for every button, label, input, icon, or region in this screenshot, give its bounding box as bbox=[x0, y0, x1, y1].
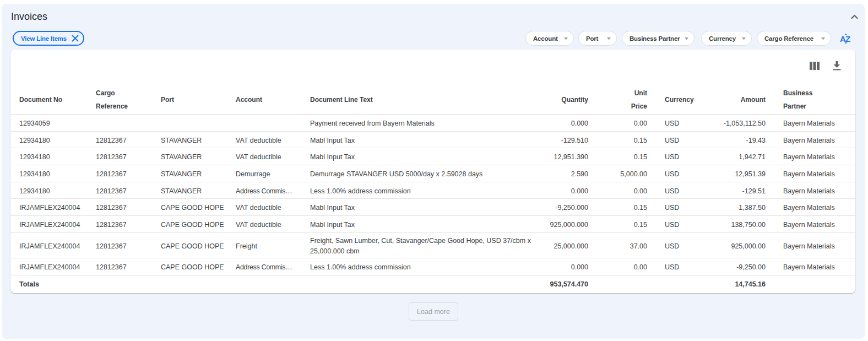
svg-text:Z: Z bbox=[845, 34, 850, 44]
